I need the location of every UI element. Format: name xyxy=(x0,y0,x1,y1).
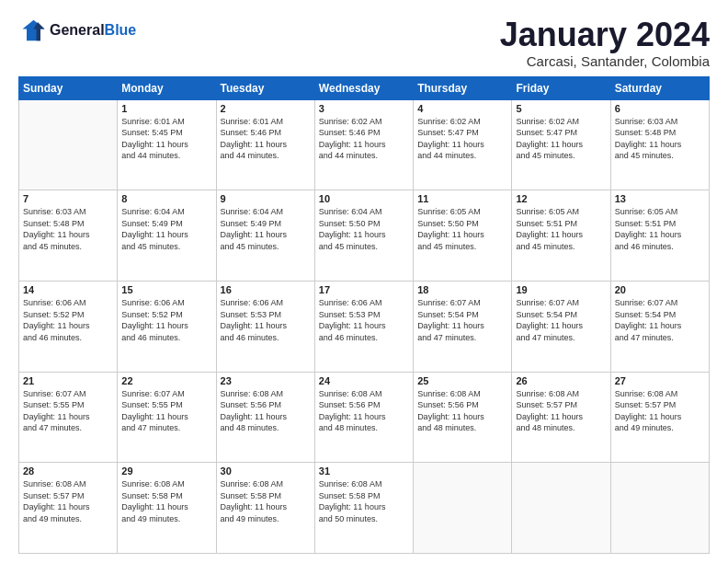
day-info: Sunrise: 6:02 AMSunset: 5:47 PMDaylight:… xyxy=(417,116,507,162)
col-monday: Monday xyxy=(118,76,216,99)
calendar-cell: 26Sunrise: 6:08 AMSunset: 5:57 PMDayligh… xyxy=(512,372,610,463)
day-info: Sunrise: 6:07 AMSunset: 5:54 PMDaylight:… xyxy=(417,297,507,343)
day-number: 9 xyxy=(221,193,311,204)
col-friday: Friday xyxy=(512,76,610,99)
col-sunday: Sunday xyxy=(19,76,118,99)
day-info: Sunrise: 6:08 AMSunset: 5:58 PMDaylight:… xyxy=(221,478,311,524)
day-number: 14 xyxy=(23,284,113,295)
day-info: Sunrise: 6:03 AMSunset: 5:48 PMDaylight:… xyxy=(23,206,113,252)
calendar-cell: 4Sunrise: 6:02 AMSunset: 5:47 PMDaylight… xyxy=(414,99,512,190)
day-info: Sunrise: 6:07 AMSunset: 5:54 PMDaylight:… xyxy=(516,297,606,343)
calendar-cell: 8Sunrise: 6:04 AMSunset: 5:49 PMDaylight… xyxy=(118,190,216,282)
day-info: Sunrise: 6:02 AMSunset: 5:47 PMDaylight:… xyxy=(516,116,606,162)
title-block: January 2024 Carcasi, Santander, Colombi… xyxy=(500,17,710,69)
calendar-cell: 20Sunrise: 6:07 AMSunset: 5:54 PMDayligh… xyxy=(610,281,709,372)
day-info: Sunrise: 6:05 AMSunset: 5:51 PMDaylight:… xyxy=(516,206,606,252)
calendar-cell: 15Sunrise: 6:06 AMSunset: 5:52 PMDayligh… xyxy=(118,281,216,372)
day-info: Sunrise: 6:08 AMSunset: 5:56 PMDaylight:… xyxy=(319,388,409,434)
calendar-cell xyxy=(414,463,512,554)
day-info: Sunrise: 6:05 AMSunset: 5:51 PMDaylight:… xyxy=(615,206,705,252)
day-number: 18 xyxy=(417,284,507,295)
calendar-cell: 9Sunrise: 6:04 AMSunset: 5:49 PMDaylight… xyxy=(216,190,314,282)
day-number: 2 xyxy=(221,103,311,114)
calendar-cell: 23Sunrise: 6:08 AMSunset: 5:56 PMDayligh… xyxy=(216,372,314,463)
day-info: Sunrise: 6:07 AMSunset: 5:54 PMDaylight:… xyxy=(615,297,705,343)
day-info: Sunrise: 6:07 AMSunset: 5:55 PMDaylight:… xyxy=(121,388,211,434)
col-wednesday: Wednesday xyxy=(314,76,413,99)
day-info: Sunrise: 6:03 AMSunset: 5:48 PMDaylight:… xyxy=(615,116,705,162)
calendar-cell: 21Sunrise: 6:07 AMSunset: 5:55 PMDayligh… xyxy=(19,372,118,463)
calendar-cell: 27Sunrise: 6:08 AMSunset: 5:57 PMDayligh… xyxy=(610,372,709,463)
day-number: 22 xyxy=(121,375,211,386)
day-info: Sunrise: 6:08 AMSunset: 5:57 PMDaylight:… xyxy=(615,388,705,434)
day-number: 11 xyxy=(417,193,507,204)
header: GeneralBlue January 2024 Carcasi, Santan… xyxy=(18,17,710,69)
day-number: 1 xyxy=(121,103,211,114)
day-info: Sunrise: 6:01 AMSunset: 5:46 PMDaylight:… xyxy=(221,116,311,162)
day-number: 31 xyxy=(319,465,409,477)
day-info: Sunrise: 6:08 AMSunset: 5:58 PMDaylight:… xyxy=(121,478,211,524)
calendar-cell: 13Sunrise: 6:05 AMSunset: 5:51 PMDayligh… xyxy=(610,190,709,282)
day-info: Sunrise: 6:08 AMSunset: 5:58 PMDaylight:… xyxy=(319,478,409,524)
calendar-table: Sunday Monday Tuesday Wednesday Thursday… xyxy=(18,76,710,554)
day-info: Sunrise: 6:04 AMSunset: 5:50 PMDaylight:… xyxy=(319,206,409,252)
day-number: 21 xyxy=(23,375,113,386)
col-thursday: Thursday xyxy=(414,76,512,99)
calendar-week-3: 14Sunrise: 6:06 AMSunset: 5:52 PMDayligh… xyxy=(19,281,710,372)
calendar-cell xyxy=(19,99,118,190)
calendar-cell: 11Sunrise: 6:05 AMSunset: 5:50 PMDayligh… xyxy=(414,190,512,282)
calendar-cell: 1Sunrise: 6:01 AMSunset: 5:45 PMDaylight… xyxy=(118,99,216,190)
day-info: Sunrise: 6:06 AMSunset: 5:52 PMDaylight:… xyxy=(121,297,211,343)
day-info: Sunrise: 6:08 AMSunset: 5:57 PMDaylight:… xyxy=(23,478,113,524)
calendar-cell: 19Sunrise: 6:07 AMSunset: 5:54 PMDayligh… xyxy=(512,281,610,372)
col-tuesday: Tuesday xyxy=(216,76,314,99)
day-number: 7 xyxy=(23,193,113,204)
calendar-cell: 17Sunrise: 6:06 AMSunset: 5:53 PMDayligh… xyxy=(314,281,413,372)
day-info: Sunrise: 6:02 AMSunset: 5:46 PMDaylight:… xyxy=(319,116,409,162)
col-saturday: Saturday xyxy=(610,76,709,99)
day-number: 15 xyxy=(121,284,211,295)
day-number: 6 xyxy=(615,103,705,114)
day-info: Sunrise: 6:06 AMSunset: 5:53 PMDaylight:… xyxy=(319,297,409,343)
day-info: Sunrise: 6:08 AMSunset: 5:56 PMDaylight:… xyxy=(417,388,507,434)
day-number: 27 xyxy=(615,375,705,386)
day-number: 8 xyxy=(121,193,211,204)
logo-blue: Blue xyxy=(105,22,137,38)
day-number: 29 xyxy=(121,465,211,477)
calendar-cell: 12Sunrise: 6:05 AMSunset: 5:51 PMDayligh… xyxy=(512,190,610,282)
calendar-week-4: 21Sunrise: 6:07 AMSunset: 5:55 PMDayligh… xyxy=(19,372,710,463)
day-number: 4 xyxy=(417,103,507,114)
calendar-cell xyxy=(610,463,709,554)
day-info: Sunrise: 6:08 AMSunset: 5:57 PMDaylight:… xyxy=(516,388,606,434)
day-number: 17 xyxy=(319,284,409,295)
calendar-cell: 10Sunrise: 6:04 AMSunset: 5:50 PMDayligh… xyxy=(314,190,413,282)
calendar-cell: 25Sunrise: 6:08 AMSunset: 5:56 PMDayligh… xyxy=(414,372,512,463)
calendar-cell: 7Sunrise: 6:03 AMSunset: 5:48 PMDaylight… xyxy=(19,190,118,282)
month-title: January 2024 xyxy=(500,17,710,53)
day-number: 12 xyxy=(516,193,606,204)
day-info: Sunrise: 6:04 AMSunset: 5:49 PMDaylight:… xyxy=(221,206,311,252)
day-number: 26 xyxy=(516,375,606,386)
day-info: Sunrise: 6:06 AMSunset: 5:52 PMDaylight:… xyxy=(23,297,113,343)
calendar-cell: 16Sunrise: 6:06 AMSunset: 5:53 PMDayligh… xyxy=(216,281,314,372)
calendar-cell: 29Sunrise: 6:08 AMSunset: 5:58 PMDayligh… xyxy=(118,463,216,554)
day-info: Sunrise: 6:01 AMSunset: 5:45 PMDaylight:… xyxy=(121,116,211,162)
calendar-cell: 6Sunrise: 6:03 AMSunset: 5:48 PMDaylight… xyxy=(610,99,709,190)
logo: GeneralBlue xyxy=(18,17,136,44)
day-info: Sunrise: 6:04 AMSunset: 5:49 PMDaylight:… xyxy=(121,206,211,252)
day-info: Sunrise: 6:06 AMSunset: 5:53 PMDaylight:… xyxy=(221,297,311,343)
calendar-week-1: 1Sunrise: 6:01 AMSunset: 5:45 PMDaylight… xyxy=(19,99,710,190)
day-number: 23 xyxy=(221,375,311,386)
calendar-cell: 14Sunrise: 6:06 AMSunset: 5:52 PMDayligh… xyxy=(19,281,118,372)
calendar-cell: 22Sunrise: 6:07 AMSunset: 5:55 PMDayligh… xyxy=(118,372,216,463)
day-number: 24 xyxy=(319,375,409,386)
calendar-cell: 18Sunrise: 6:07 AMSunset: 5:54 PMDayligh… xyxy=(414,281,512,372)
calendar-cell: 28Sunrise: 6:08 AMSunset: 5:57 PMDayligh… xyxy=(19,463,118,554)
day-number: 30 xyxy=(221,465,311,477)
calendar-cell: 3Sunrise: 6:02 AMSunset: 5:46 PMDaylight… xyxy=(314,99,413,190)
svg-marker-0 xyxy=(23,20,45,41)
day-number: 19 xyxy=(516,284,606,295)
calendar-cell: 30Sunrise: 6:08 AMSunset: 5:58 PMDayligh… xyxy=(216,463,314,554)
calendar-cell: 2Sunrise: 6:01 AMSunset: 5:46 PMDaylight… xyxy=(216,99,314,190)
logo-general: General xyxy=(50,22,105,38)
